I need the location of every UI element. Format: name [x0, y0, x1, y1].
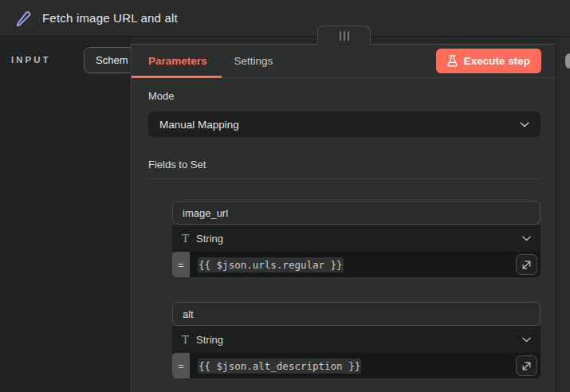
- expression-text: {{ $json.alt_description }}: [198, 360, 361, 372]
- expression-equals-prefix: =: [172, 353, 190, 378]
- drag-handle-bar: [340, 31, 341, 41]
- field-item-image-url: image_url T String = {{ $json.urls.regul…: [172, 201, 541, 277]
- field-name-value: alt: [183, 308, 194, 320]
- tab-parameters[interactable]: Parameters: [148, 55, 207, 67]
- output-panel-partial-button[interactable]: [565, 53, 570, 69]
- active-tab-underline: [132, 76, 222, 78]
- mode-select[interactable]: Manual Mapping: [148, 112, 541, 137]
- section-divider: [148, 178, 541, 179]
- mode-select-value: Manual Mapping: [159, 119, 239, 131]
- flask-icon: [447, 55, 458, 67]
- field-name-value: image_url: [183, 207, 228, 219]
- chevron-down-icon: [522, 337, 531, 343]
- panel-header: Parameters Settings Execute step: [132, 45, 556, 78]
- string-type-icon: T: [182, 333, 189, 346]
- field-value-expression-input[interactable]: = {{ $json.alt_description }}: [172, 353, 541, 378]
- open-expression-editor-button[interactable]: [516, 355, 537, 376]
- pencil-icon: [14, 10, 32, 27]
- string-type-icon: T: [182, 232, 189, 245]
- field-value-expression-input[interactable]: = {{ $json.urls.regular }}: [172, 252, 541, 277]
- chevron-down-icon: [522, 236, 531, 241]
- expression-equals-prefix: =: [172, 252, 190, 277]
- open-expression-editor-button[interactable]: [516, 254, 537, 275]
- expression-text: {{ $json.urls.regular }}: [198, 259, 344, 271]
- chevron-down-icon: [520, 122, 529, 127]
- drag-handle-bar: [348, 31, 349, 41]
- node-title[interactable]: Fetch image URL and alt: [42, 11, 178, 25]
- field-name-input[interactable]: alt: [172, 302, 541, 326]
- panel-tabs: Parameters Settings: [148, 55, 273, 67]
- input-panel: INPUT Schem: [0, 37, 131, 392]
- field-item-alt: alt T String = {{ $json.alt_description …: [172, 302, 541, 378]
- input-panel-label: INPUT: [11, 55, 51, 65]
- drag-handle-bar: [344, 31, 345, 41]
- field-name-input[interactable]: image_url: [172, 201, 541, 225]
- execute-step-button[interactable]: Execute step: [436, 49, 541, 73]
- field-type-select[interactable]: T String: [172, 326, 541, 353]
- tab-settings[interactable]: Settings: [234, 55, 273, 67]
- field-type-select[interactable]: T String: [172, 225, 541, 252]
- mode-label: Mode: [148, 90, 541, 103]
- field-type-value: String: [196, 233, 223, 245]
- node-settings-panel: Parameters Settings Execute step Mode Ma…: [131, 44, 556, 392]
- fields-to-set-title: Fields to Set: [148, 159, 541, 171]
- output-panel-edge: [556, 37, 570, 392]
- panel-drag-handle[interactable]: [317, 25, 371, 45]
- schema-view-button-label: Schem: [96, 54, 128, 66]
- execute-step-label: Execute step: [464, 55, 530, 67]
- panel-body: Mode Manual Mapping Fields to Set image_…: [132, 78, 556, 378]
- node-title-bar: Fetch image URL and alt: [0, 0, 570, 37]
- field-type-value: String: [196, 334, 223, 346]
